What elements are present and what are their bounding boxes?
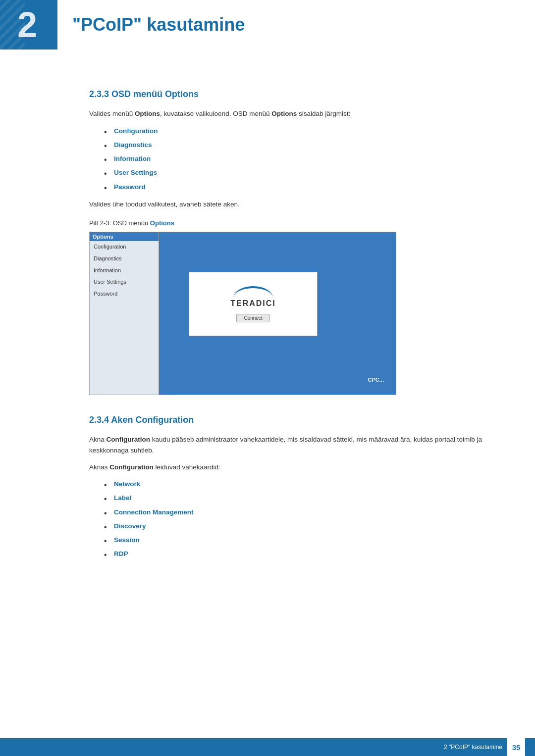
list-item-information: Information	[104, 154, 485, 164]
list-item-user-settings: User Settings	[104, 168, 485, 178]
section-233-list: Configuration Diagnostics Information Us…	[104, 126, 485, 192]
tab-item-session: Session	[104, 535, 485, 545]
list-item-diagnostics: Diagnostics	[104, 140, 485, 150]
osd-menu-user-settings: User Settings	[90, 276, 159, 288]
section-234: 2.3.4 Aken Configuration Akna Configurat…	[89, 415, 485, 559]
connect-button[interactable]: Connect	[236, 314, 269, 322]
page-footer: 2 "PCoIP" kasutamine 35	[0, 738, 535, 756]
tab-item-label: Label	[104, 493, 485, 503]
section-234-intro: Akna Configuration kaudu pääseb administ…	[89, 434, 485, 455]
teradici-logo: TERADICI	[230, 286, 276, 308]
section-233-intro: Valides menüü Options, kuvatakse valikul…	[89, 108, 485, 119]
session-link: Session	[114, 536, 140, 544]
list-item-password: Password	[104, 182, 485, 192]
osd-options-panel: Options Configuration Diagnostics Inform…	[90, 232, 159, 395]
discovery-link: Discovery	[114, 522, 146, 530]
footer-text: 2 "PCoIP" kasutamine	[444, 744, 502, 751]
main-content: 2.3.3 OSD menüü Options Valides menüü Op…	[0, 50, 535, 596]
osd-screenshot: Options Configuration Diagnostics Inform…	[89, 232, 396, 395]
page-number-badge: 35	[507, 738, 525, 756]
tab-item-network: Network	[104, 479, 485, 489]
list-item-configuration: Configuration	[104, 126, 485, 136]
osd-menu-diagnostics: Diagnostics	[90, 253, 159, 265]
connection-management-link: Connection Management	[114, 508, 194, 516]
config-bold-2: Configuration	[109, 463, 153, 471]
section-234-tabs-list: Network Label Connection Management Disc…	[104, 479, 485, 559]
options-bold-2: Options	[271, 110, 297, 117]
figure-caption-233: Pilt 2-3: OSD menüü Options	[89, 219, 485, 227]
osd-menu-password: Password	[90, 288, 159, 300]
chapter-header: 2 "PCoIP" kasutamine	[0, 0, 535, 50]
information-link: Information	[114, 155, 151, 162]
rdp-link: RDP	[114, 550, 128, 557]
tab-item-rdp: RDP	[104, 549, 485, 559]
section-234-heading: 2.3.4 Aken Configuration	[89, 415, 485, 425]
options-caption-link: Options	[150, 219, 174, 227]
tab-item-connection-management: Connection Management	[104, 507, 485, 517]
section-233-closing: Valides ühe toodud valikutest, avaneb sä…	[89, 199, 485, 210]
options-bold-1: Options	[135, 110, 160, 117]
chapter-title: "PCoIP" kasutamine	[72, 14, 245, 35]
section-233: 2.3.3 OSD menüü Options Valides menüü Op…	[89, 89, 485, 395]
label-link: Label	[114, 494, 131, 502]
osd-menu-information: Information	[90, 265, 159, 277]
chapter-number: 2	[17, 7, 37, 43]
config-bold-1: Configuration	[107, 436, 150, 443]
teradici-text: TERADICI	[230, 299, 276, 308]
cpc-badge: CPC...	[368, 377, 384, 383]
password-link: Password	[114, 183, 146, 191]
teradici-arc	[233, 286, 273, 298]
section-233-heading: 2.3.3 OSD menüü Options	[89, 89, 485, 100]
chapter-title-bar: "PCoIP" kasutamine	[54, 0, 535, 50]
network-link: Network	[114, 480, 140, 488]
section-234-tabs-intro: Aknas Configuration leiduvad vahekaardid…	[89, 462, 485, 473]
configuration-link: Configuration	[114, 127, 158, 135]
osd-menu-configuration: Configuration	[90, 241, 159, 253]
chapter-number-box: 2	[0, 0, 54, 50]
osd-panel-title: Options	[90, 232, 159, 241]
diagnostics-link: Diagnostics	[114, 141, 152, 149]
tab-item-discovery: Discovery	[104, 521, 485, 531]
user-settings-link: User Settings	[114, 169, 157, 176]
teradici-box: TERADICI Connect	[189, 272, 318, 336]
